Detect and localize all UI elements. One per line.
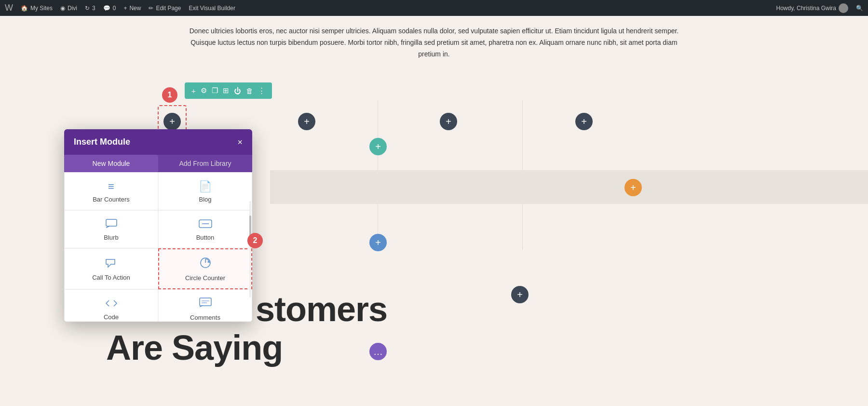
edit-icon: ✏ (149, 5, 153, 12)
search-button[interactable]: 🔍 (856, 5, 863, 12)
circle-counter-icon (200, 257, 211, 271)
blurb-icon (106, 219, 117, 231)
module-comments[interactable]: Comments (158, 289, 252, 322)
delete-toolbar-icon[interactable]: 🗑 (244, 86, 255, 96)
blog-icon: 📄 (199, 180, 212, 193)
insert-module-modal: Insert Module × New Module Add From Libr… (64, 129, 252, 322)
home-icon: 🏠 (21, 5, 28, 12)
comments-icon (199, 298, 212, 311)
divi-icon: ◉ (60, 5, 65, 12)
module-button[interactable]: Button (158, 210, 252, 248)
circle-counter-label: Circle Counter (185, 274, 225, 282)
svg-marker-4 (106, 259, 115, 267)
add-button-teal-center[interactable]: + (369, 138, 387, 155)
section-toolbar: + ⚙ ❐ ⊞ ⏻ 🗑 ⋮ (185, 82, 272, 99)
code-icon (105, 298, 118, 311)
svg-rect-0 (106, 219, 117, 226)
edit-page-button[interactable]: ✏ Edit Page (149, 5, 181, 12)
comment-icon: 💬 (103, 5, 110, 12)
modal-body: ≡ Bar Counters 📄 Blog Blur (64, 172, 252, 322)
bar-counters-label: Bar Counters (93, 196, 130, 203)
wordpress-logo[interactable]: W (5, 3, 13, 13)
step2-badge: 2 (247, 233, 263, 248)
content-paragraph: Donec ultricies lobortis eros, nec aucto… (0, 16, 868, 69)
step1-badge: 1 (162, 87, 177, 103)
are-saying-text: Are Saying (106, 328, 283, 367)
module-code[interactable]: Code (64, 289, 158, 322)
plus-icon: + (123, 5, 127, 12)
modal-header: Insert Module × (64, 129, 252, 155)
my-sites-menu[interactable]: 🏠 My Sites (21, 5, 53, 12)
add-button-top-right2[interactable]: + (575, 113, 593, 130)
code-label: Code (104, 313, 119, 321)
exit-builder-button[interactable]: Exit Visual Builder (189, 5, 235, 12)
svg-rect-6 (200, 298, 211, 306)
add-button-blue[interactable]: + (369, 234, 387, 251)
duplicate-toolbar-icon[interactable]: ❐ (210, 85, 220, 96)
refresh-icon: ↻ (85, 5, 90, 12)
button-label: Button (196, 234, 215, 241)
add-button-top-center[interactable]: + (298, 113, 315, 130)
comments-menu[interactable]: 💬 0 (103, 5, 116, 12)
add-module-button-center[interactable]: + (163, 113, 181, 130)
modal-tabs: New Module Add From Library (64, 155, 252, 172)
module-blog[interactable]: 📄 Blog (158, 172, 252, 210)
page-content: Donec ultricies lobortis eros, nec aucto… (0, 16, 868, 406)
avatar (839, 3, 848, 13)
module-call-to-action[interactable]: Call To Action (64, 248, 158, 289)
bar-counters-icon: ≡ (108, 180, 114, 193)
modal-title: Insert Module (74, 137, 130, 147)
modal-scrollbar[interactable] (249, 201, 251, 298)
comments-label: Comments (190, 314, 220, 321)
module-grid: ≡ Bar Counters 📄 Blog Blur (64, 172, 252, 322)
user-greeting: Howdy, Christina Gwira (776, 3, 848, 13)
call-to-action-label: Call To Action (92, 274, 130, 281)
add-button-purple[interactable]: … (369, 343, 387, 360)
module-bar-counters[interactable]: ≡ Bar Counters (64, 172, 158, 210)
call-to-action-icon (105, 257, 118, 271)
customers-text-partial: stomers (256, 289, 387, 329)
add-button-orange[interactable]: + (624, 179, 642, 196)
modal-close-button[interactable]: × (237, 138, 243, 147)
add-button-top-right1[interactable]: + (440, 113, 457, 130)
divi-menu[interactable]: ◉ Divi (60, 5, 77, 12)
admin-bar: W 🏠 My Sites ◉ Divi ↻ 3 💬 0 + New ✏ Edit… (0, 0, 868, 16)
toggle-toolbar-icon[interactable]: ⏻ (232, 86, 243, 96)
blog-label: Blog (199, 196, 211, 203)
add-button-right-mid[interactable]: + (511, 286, 529, 303)
columns-toolbar-icon[interactable]: ⊞ (221, 85, 231, 96)
updates-menu[interactable]: ↻ 3 (85, 5, 95, 12)
module-circle-counter[interactable]: Circle Counter (158, 248, 252, 289)
gray-section-band (270, 170, 868, 204)
module-blurb[interactable]: Blurb (64, 210, 158, 248)
more-toolbar-icon[interactable]: ⋮ (256, 85, 267, 96)
new-menu[interactable]: + New (123, 5, 141, 12)
settings-toolbar-icon[interactable]: ⚙ (199, 85, 209, 96)
tab-new-module[interactable]: New Module (64, 155, 158, 172)
blurb-label: Blurb (104, 234, 118, 241)
button-icon (199, 218, 212, 231)
add-toolbar-icon[interactable]: + (190, 86, 198, 96)
tab-add-from-library[interactable]: Add From Library (158, 155, 252, 172)
